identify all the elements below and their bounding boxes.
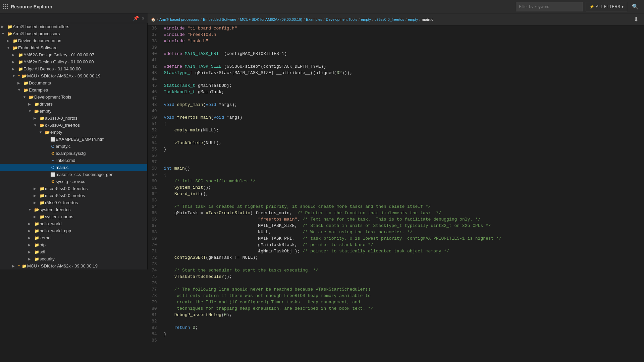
chevron-icon: ▶ [12,67,17,71]
folder-icon: 📁 [39,116,45,121]
tree-item-system-nortos[interactable]: ▶ 📁 system_nortos [0,213,147,220]
chevron-down-icon: ▾ [622,4,624,9]
tree-item-embedded-sw[interactable]: ▼ 📂 Embedded Software [0,44,147,51]
tree-item-hello-world-cpp[interactable]: ▶ 📁 hello_world_cpp [0,227,147,234]
code-line-68: 68 NULL, /* We are not using the task pa… [148,230,644,236]
spacer: ▶ [44,144,50,148]
file-c-icon: C [50,144,56,149]
tree-item-mcu-am62x[interactable]: ▶ ✦ 📁 MCU+ SDK for AM62x - 09.00.00.19 [0,262,147,269]
breadcrumb-examples[interactable]: Examples [306,17,322,21]
tree-item-mcu-am62ax[interactable]: ▼ ✦ 📂 MCU+ SDK for AM62Ax - 09.00.00.19 [0,72,147,79]
tree-item-dev-tools[interactable]: ▼ 📂 Development Tools [0,94,147,101]
tree-item-main-c[interactable]: ▶ C main.c [0,164,147,171]
tree-item-example-syscfg[interactable]: ▶ ⚙ example.syscfg [0,150,147,157]
breadcrumb-dev-tools[interactable]: Development Tools [326,17,357,21]
code-view[interactable]: 36 #include "ti_board_config.h" 37 #incl… [148,26,644,362]
code-line-41: 41 [148,58,644,64]
tree-item-empty2[interactable]: ▼ 📂 empty [0,129,147,136]
folder-icon: 📁 [12,39,18,43]
tree-item-examples-html[interactable]: ▶ ⬜ EXAMPLES_EMPTY.html [0,136,147,143]
chevron-icon: ▶ [34,116,39,120]
tree-item-empty[interactable]: ▼ 📂 empty [0,108,147,115]
chevron-icon: ▶ [34,201,39,204]
tree-item-drivers[interactable]: ▶ 📁 drivers [0,101,147,108]
tree-item-sdl[interactable]: ▶ 📁 sdl [0,248,147,255]
tree-item-device-doc[interactable]: ▶ 📁 Device documentation [0,37,147,44]
code-line-57: 57 [148,160,644,166]
tree-item-syscfg-rov[interactable]: ▶ ⚙ syscfg_c.rov.xs [0,178,147,185]
folder-icon: 📁 [39,215,45,219]
tree-item-mcu-r5fss0-nortos[interactable]: ▶ 📁 mcu-r5fss0-0_nortos [0,192,147,199]
chevron-icon: ▼ [7,46,12,50]
home-icon[interactable]: 🏠 [151,17,156,22]
folder-icon: 📁 [34,257,40,261]
code-line-77: 77 /* The following line should never be… [148,287,644,293]
spacer: ▶ [44,173,50,176]
tree-item-arm-mcu[interactable]: ▶ 📁 Arm®-based microcontrollers [0,23,147,30]
chevron-icon: ▶ [34,194,39,197]
tree-item-arm-proc[interactable]: ▼ 📂 Arm®-based processors [0,30,147,37]
tree-item-system-freertos[interactable]: ▼ 📂 system_freertos [0,206,147,213]
tree-item-documents[interactable]: ▶ 📁 Documents [0,79,147,86]
sidebar-tree: ▶ 📁 Arm®-based microcontrollers ▼ 📂 Arm®… [0,23,148,269]
breadcrumb-mcu-sdk[interactable]: MCU+ SDK for AM62Ax (09.00.00.19) [240,17,303,21]
folder-icon: 📁 [39,186,45,191]
tree-item-otp[interactable]: ▶ 📁 otp [0,241,147,248]
search-button[interactable]: 🔍 [630,3,641,10]
folder-icon: 📁 [39,200,45,205]
code-line-53: 53 [148,134,644,140]
tree-item-hello-world[interactable]: ▶ 📁 hello_world [0,220,147,227]
tree-item-examples[interactable]: ▼ 📂 Examples [0,86,147,94]
editor-area: 🏠 / Arm®-based processors / Embedded Sof… [148,13,644,362]
tree-item-kernel[interactable]: ▶ 📁 kernel [0,234,147,241]
code-line-66: 66 "freertos_main", /* Text name for the… [148,217,644,223]
breadcrumb-empty2[interactable]: empty [408,17,418,21]
tree-item-am62x[interactable]: ▶ 📁 AM62x Design Gallery - 01.00.00.00 [0,58,147,65]
code-line-49: 49 [148,109,644,115]
tree-item-a53ss0[interactable]: ▶ 📁 a53ss0-0_nortos [0,115,147,122]
code-line-63: 63 [148,198,644,204]
tree-item-r5fss0-freertos[interactable]: ▶ 📁 r5fss0-0_freertos [0,199,147,206]
file-make-icon: ⬜ [50,172,56,177]
code-line-55: 55 } [148,147,644,153]
folder-icon: 📂 [44,130,50,135]
chevron-icon: ▶ [28,222,34,226]
spacer: ▶ [44,159,50,162]
file-rov-icon: ⚙ [50,179,56,184]
filter-input[interactable] [516,2,583,11]
breadcrumb-empty[interactable]: empty [361,17,371,21]
sidebar-top-controls: 📌 « [0,13,148,23]
file-linker-icon: ~ [50,158,56,163]
tree-item-edge-ai[interactable]: ▶ 📁 Edge AI Demos - 01.04.00.00 [0,65,147,72]
breadcrumb: 🏠 / Arm®-based processors / Embedded Sof… [151,17,632,22]
folder-icon: 📁 [34,250,40,254]
folder-icon: 📁 [17,67,23,71]
chevron-icon: ▶ [34,215,39,219]
chevron-icon: ▼ [28,109,34,113]
code-line-59: 59 { [148,172,644,179]
breadcrumb-embedded-sw[interactable]: Embedded Software [203,17,236,21]
tree-item-empty-c[interactable]: ▶ C empty.c [0,143,147,150]
pin-button[interactable]: 📌 [132,15,140,21]
code-line-82: 82 [148,319,644,325]
all-filters-button[interactable]: ⚡ ALL FILTERS ▾ [586,2,627,11]
breadcrumb-arm-proc[interactable]: Arm®-based processors [159,17,199,21]
code-line-67: 67 MAIN_TASK_SIZE, /* Stack depth in uni… [148,223,644,230]
breadcrumb-c75ss0[interactable]: c75ss0-0_freertos [375,17,404,21]
code-line-74: 74 /* Start the scheduler to start the t… [148,268,644,274]
tree-item-c75ss0[interactable]: ▼ 📂 c75ss0-0_freertos [0,122,147,129]
top-bar-right: ⚡ ALL FILTERS ▾ 🔍 [516,2,641,11]
collapse-button[interactable]: « [140,15,146,21]
chevron-icon: ▶ [34,187,39,190]
tree-item-linker-cmd[interactable]: ▶ ~ linker.cmd [0,157,147,164]
tree-item-makefile[interactable]: ▶ ⬜ makefile_ccs_bootimage_gen [0,171,147,178]
folder-icon: 📂 [21,74,27,78]
folder-icon: 📁 [34,229,40,233]
download-button[interactable]: ⬇ [632,15,641,24]
chevron-icon: ▶ [1,25,7,28]
tree-item-mcu-r5fss0-freertos[interactable]: ▶ 📁 mcu-r5fss0-0_freertos [0,185,147,192]
tree-item-am62a[interactable]: ▶ 📁 AM62A Design Gallery - 01.00.00.07 [0,51,147,58]
code-line-78: 78 will only return if there was not eno… [148,293,644,300]
tree-item-security[interactable]: ▶ 📁 security [0,255,147,262]
filter-icon: ⚡ [589,4,594,9]
